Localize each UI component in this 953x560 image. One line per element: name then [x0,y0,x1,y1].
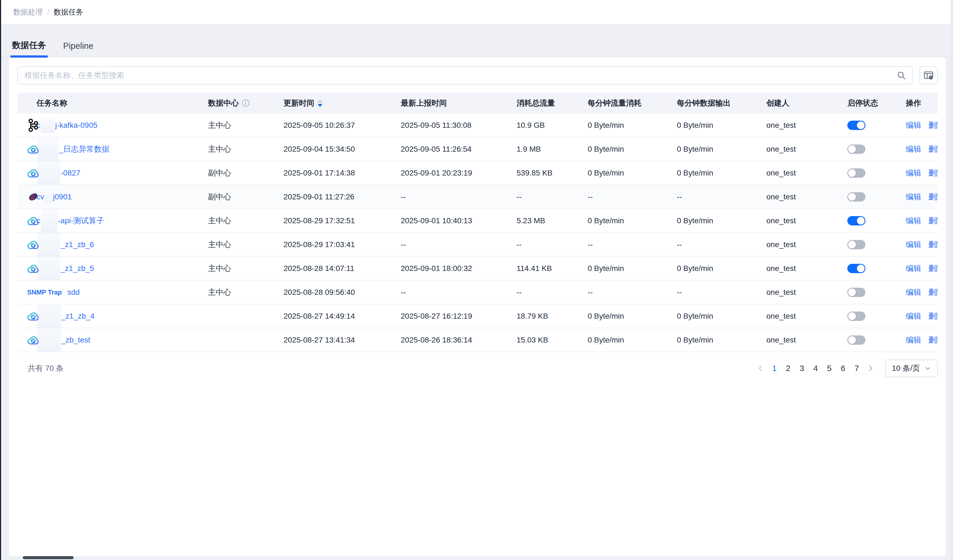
delete-link[interactable]: 删除 [928,192,937,202]
edit-link[interactable]: 编辑 [906,144,921,155]
cell-run-status [828,311,886,321]
cell-traffic-per-min: 0 Byte/min [568,121,658,130]
edit-link[interactable]: 编辑 [906,263,921,274]
tab-pipeline[interactable]: Pipeline [62,41,95,57]
cell-task-name: cj-kafka-0905 [17,113,189,137]
edit-link[interactable]: 编辑 [906,335,921,345]
cell-task-name: -0827 [17,161,189,184]
search-input[interactable] [24,71,896,80]
task-name-link[interactable]: cvj0901 [37,191,72,203]
delete-link[interactable]: 删除 [928,144,937,155]
cell-run-status [828,192,886,201]
run-status-toggle[interactable] [847,336,865,345]
run-status-toggle[interactable] [847,121,865,130]
task-name-link[interactable]: _日志异常数据 [37,138,110,161]
column-header-update-time[interactable]: 更新时间 [264,98,382,108]
cell-data-center: 副中心 [189,192,264,202]
cloud-icon [26,167,40,179]
delete-link[interactable]: 删除 [928,215,937,226]
edit-link[interactable]: 编辑 [906,287,921,297]
cell-output-per-min: -- [658,192,747,201]
tab-bar: 数据任务Pipeline [1,29,950,57]
toggle-knob [848,336,856,344]
toggle-knob [848,169,856,177]
toggle-knob [848,145,856,153]
prev-page-icon[interactable] [754,361,767,376]
table-row: _z1_zb_5主中心2025-08-28 14:07:112025-09-01… [17,257,937,280]
cell-task-name: _日志异常数据 [17,138,189,161]
sort-carets-icon[interactable] [318,99,323,107]
edit-link[interactable]: 编辑 [906,240,921,250]
run-status-toggle[interactable] [847,169,865,178]
cell-last-report-time: -- [382,240,497,249]
cell-update-time: 2025-08-28 14:07:11 [264,264,382,273]
task-name-link[interactable]: cj-kafka-0905 [37,118,98,133]
run-status-toggle[interactable] [847,216,865,226]
cell-task-name: _zb_test [17,328,189,351]
page-number-3[interactable]: 3 [796,361,808,376]
cell-operations: 编辑删除 [886,287,937,297]
cell-total-traffic: 114.41 KB [497,264,568,273]
run-status-toggle[interactable] [847,240,865,249]
delete-link[interactable]: 删除 [928,311,937,322]
run-status-toggle[interactable] [847,311,865,321]
edit-link[interactable]: 编辑 [906,120,921,130]
cell-total-traffic: 539.85 KB [497,169,568,178]
redacted-text [37,233,60,256]
task-name-link[interactable]: _z1_zb_6 [37,233,94,256]
cell-creator: one_test [747,217,828,225]
run-status-toggle[interactable] [847,264,865,273]
cell-traffic-per-min: 0 Byte/min [568,336,658,345]
page-number-2[interactable]: 2 [782,361,794,376]
task-name-text: -api-测试算子 [58,215,104,226]
cell-total-traffic: -- [497,192,568,201]
task-name-text: j0901 [53,192,72,201]
redacted-text [41,118,54,133]
vertical-scrollbar-track[interactable] [950,0,953,560]
page-number-6[interactable]: 6 [837,361,849,376]
info-icon[interactable] [242,99,250,107]
run-status-toggle[interactable] [847,192,865,201]
column-header-total-traffic: 消耗总流量 [497,98,568,108]
cell-output-per-min: 0 Byte/min [658,121,747,130]
delete-link[interactable]: 删除 [928,240,937,250]
task-name-link[interactable]: _z1_zb_5 [37,257,94,280]
delete-link[interactable]: 删除 [928,263,937,274]
page-number-7[interactable]: 7 [851,361,863,376]
redacted-text [45,191,53,203]
task-name-link[interactable]: -0827 [37,161,81,184]
page-number-5[interactable]: 5 [823,361,835,376]
breadcrumb-parent[interactable]: 数据处理 [13,7,43,17]
horizontal-scrollbar-thumb[interactable] [23,556,74,559]
cell-output-per-min: -- [658,288,747,297]
edit-link[interactable]: 编辑 [906,168,921,178]
task-name-link[interactable]: c-api-测试算子 [37,209,104,232]
edit-link[interactable]: 编辑 [906,192,921,202]
cell-data-center: 主中心 [189,240,264,250]
cell-update-time: 2025-08-28 09:56:40 [264,288,382,297]
cell-data-center: 副中心 [189,168,264,178]
table-row: _z1_zb_42025-08-27 14:49:142025-08-27 16… [17,305,937,328]
edit-link[interactable]: 编辑 [906,311,921,322]
run-status-toggle[interactable] [847,144,865,154]
toggle-knob [857,122,865,129]
column-settings-button[interactable] [919,67,937,85]
delete-link[interactable]: 删除 [928,335,937,345]
delete-link[interactable]: 删除 [928,168,937,178]
cell-operations: 编辑删除 [886,215,937,226]
run-status-toggle[interactable] [847,288,865,297]
tab-data-task[interactable]: 数据任务 [11,40,48,57]
delete-link[interactable]: 删除 [928,120,937,130]
column-label: 每分钟数据输出 [677,98,731,108]
cell-run-status [828,169,886,178]
search-icon[interactable] [896,71,906,80]
next-page-icon[interactable] [865,361,877,376]
page-number-4[interactable]: 4 [809,361,821,376]
task-name-link[interactable]: _zb_test [37,328,90,351]
page-number-1[interactable]: 1 [768,361,780,376]
task-name-link[interactable]: sdd [67,288,79,297]
page-size-select[interactable]: 10 条/页 [885,359,937,377]
delete-link[interactable]: 删除 [928,287,937,297]
task-name-link[interactable]: _z1_zb_4 [37,305,95,328]
edit-link[interactable]: 编辑 [906,215,921,226]
